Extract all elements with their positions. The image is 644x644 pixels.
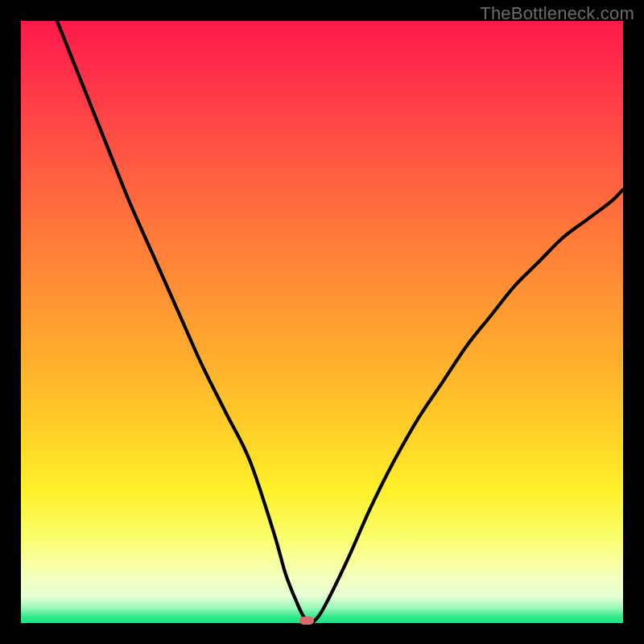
bottleneck-curve xyxy=(21,21,623,623)
minimum-marker xyxy=(299,617,314,625)
chart-frame: TheBottleneck.com xyxy=(0,0,644,644)
plot-area xyxy=(21,21,623,623)
